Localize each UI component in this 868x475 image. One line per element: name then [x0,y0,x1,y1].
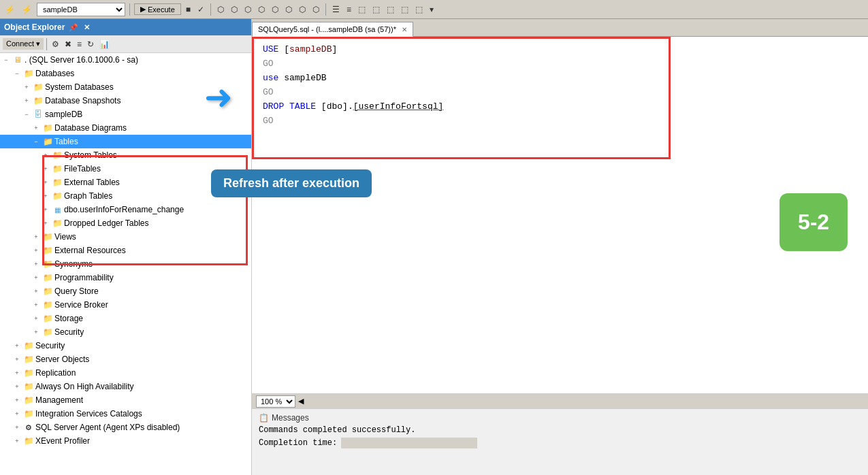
toolbar-extra-7[interactable]: ⬚ [413,4,425,15]
oe-disconnect-icon[interactable]: ✖ [63,39,74,50]
expand-synonyms[interactable]: + [31,259,41,269]
results-panel: 100 % ◀ 📋 Messages Commands completed su… [252,393,868,475]
expand-databases[interactable]: − [12,69,22,78]
oe-filter-icon[interactable]: ⚙ [50,39,61,50]
toolbar-extra-5[interactable]: ⬚ [385,4,396,15]
toolbar-extra-8[interactable]: ▾ [428,4,436,15]
expand-userinfoforename[interactable]: + [41,205,50,214]
right-panel: SQLQuery5.sql - (l....sampleDB (sa (57))… [252,19,868,475]
tree-replication[interactable]: + 📁 Replication [0,366,251,380]
toolbar-debug-6[interactable]: ⬡ [283,4,294,15]
expand-management[interactable]: + [12,395,22,405]
connect-button[interactable]: Connect ▾ [3,38,44,50]
tables-folder-icon: 📁 [42,136,53,147]
expand-db-diagrams[interactable]: + [31,123,41,133]
toolbar-icon-1[interactable]: ⚡ [3,4,17,15]
success-message: Commands completed successfully. [259,425,861,435]
tab-close-button[interactable]: ✕ [402,26,407,33]
query-tab[interactable]: SQLQuery5.sql - (l....sampleDB (sa (57))… [252,22,413,37]
tree-management[interactable]: + 📁 Management [0,393,251,407]
oe-settings-icon[interactable]: ≡ [75,39,84,50]
toolbar-debug-2[interactable]: ⬡ [229,4,240,15]
oe-close-button[interactable]: ✕ [82,23,91,32]
tree-db-security[interactable]: + 📁 Security [0,325,251,339]
expand-graph-tables[interactable]: + [41,191,50,201]
expand-db-snapshots[interactable]: + [22,96,31,105]
toolbar-extra-6[interactable]: ⬚ [399,4,411,15]
zoom-selector[interactable]: 100 % [256,395,295,408]
expand-security[interactable]: + [12,341,22,350]
expand-db-security[interactable]: + [31,327,41,337]
tree-sql-agent[interactable]: + ⚙ SQL Server Agent (Agent XPs disabled… [0,421,251,434]
toolbar-debug-4[interactable]: ⬡ [256,4,267,15]
expand-views[interactable]: + [31,232,41,242]
tree-synonyms[interactable]: + 📁 Synonyms [0,257,251,271]
zoom-left-arrow[interactable]: ◀ [298,397,304,406]
expand-sampledb[interactable]: − [22,110,31,119]
parse-button[interactable]: ✓ [195,4,206,15]
tree-userinfoforename[interactable]: + ▦ dbo.userInfoForRename_change [0,203,251,216]
server-icon: 🖥 [12,54,23,65]
tree-server[interactable]: − 🖥 . (SQL Server 16.0.1000.6 - sa) [0,53,251,67]
code-area[interactable]: USE [sampleDB] GO use sampleDB GO DROP [252,37,868,393]
databases-label: Databases [35,69,74,78]
expand-sql-agent[interactable]: + [12,423,22,432]
expand-programmability[interactable]: + [31,273,41,282]
toolbar-extra-1[interactable]: ☰ [330,4,342,15]
toolbar-debug-8[interactable]: ⬡ [310,4,321,15]
toolbar-extra-4[interactable]: ⬚ [370,4,382,15]
toolbar-debug-1[interactable]: ⬡ [215,4,226,15]
tree-views[interactable]: + 📁 Views [0,230,251,244]
tree-security[interactable]: + 📁 Security [0,339,251,353]
expand-integration-services[interactable]: + [12,409,22,419]
integration-services-label: Integration Services Catalogs [35,409,142,419]
oe-refresh-icon[interactable]: ↻ [85,39,96,50]
tree-xevent[interactable]: + 📁 XEvent Profiler [0,434,251,448]
expand-system-dbs[interactable]: + [22,82,31,92]
expand-dropped-ledger[interactable]: + [41,218,50,228]
tree-programmability[interactable]: + 📁 Programmability [0,271,251,284]
tree-storage[interactable]: + 📁 Storage [0,312,251,325]
oe-activity-icon[interactable]: 📊 [97,39,112,50]
expand-tables[interactable]: − [31,137,41,146]
separator-2 [210,3,211,16]
expand-system-tables[interactable]: + [41,150,50,160]
expand-service-broker[interactable]: + [31,300,41,310]
toolbar-icon-2[interactable]: ⚡ [20,4,34,15]
expand-filetables[interactable]: + [41,164,50,174]
tree-db-diagrams[interactable]: + 📁 Database Diagrams [0,121,251,135]
tree-dropped-ledger[interactable]: + 📁 Dropped Ledger Tables [0,216,251,230]
toolbar-extra-3[interactable]: ⬚ [356,4,368,15]
pin-button[interactable]: 📌 [67,23,80,32]
tree-server-objects[interactable]: + 📁 Server Objects [0,353,251,366]
db-security-icon: 📁 [42,327,53,338]
dropped-ledger-icon: 📁 [52,218,63,229]
expand-server-objects[interactable]: + [12,355,22,364]
tree-integration-services[interactable]: + 📁 Integration Services Catalogs [0,407,251,421]
expand-storage[interactable]: + [31,314,41,323]
toolbar-debug-5[interactable]: ⬡ [270,4,280,15]
toolbar-debug-3[interactable]: ⬡ [242,4,253,15]
system-dbs-icon: 📁 [33,82,44,93]
expand-query-store[interactable]: + [31,286,41,296]
expand-server[interactable]: − [1,55,11,65]
tree-external-resources[interactable]: + 📁 External Resources [0,244,251,257]
expand-replication[interactable]: + [12,368,22,378]
tree-system-tables[interactable]: + 📁 System Tables [0,148,251,162]
tree-query-store[interactable]: + 📁 Query Store [0,284,251,298]
expand-external-resources[interactable]: + [31,246,41,255]
expand-xevent[interactable]: + [12,436,22,446]
stop-button[interactable]: ■ [184,4,193,15]
toolbar-extra-2[interactable]: ≡ [344,4,353,15]
execute-button[interactable]: ▶ Execute [134,3,181,15]
separator-3 [325,3,326,16]
tree-always-on[interactable]: + 📁 Always On High Availability [0,380,251,393]
expand-external-tables[interactable]: + [41,178,50,187]
db-selector[interactable]: sampleDB [37,3,125,16]
toolbar-debug-7[interactable]: ⬡ [297,4,308,15]
tree-service-broker[interactable]: + 📁 Service Broker [0,298,251,312]
table-name: [userInfoFortsql] [353,101,444,112]
tree-tables[interactable]: − 📁 Tables [0,135,251,148]
bracket-close: ] [332,44,337,54]
expand-always-on[interactable]: + [12,382,22,391]
